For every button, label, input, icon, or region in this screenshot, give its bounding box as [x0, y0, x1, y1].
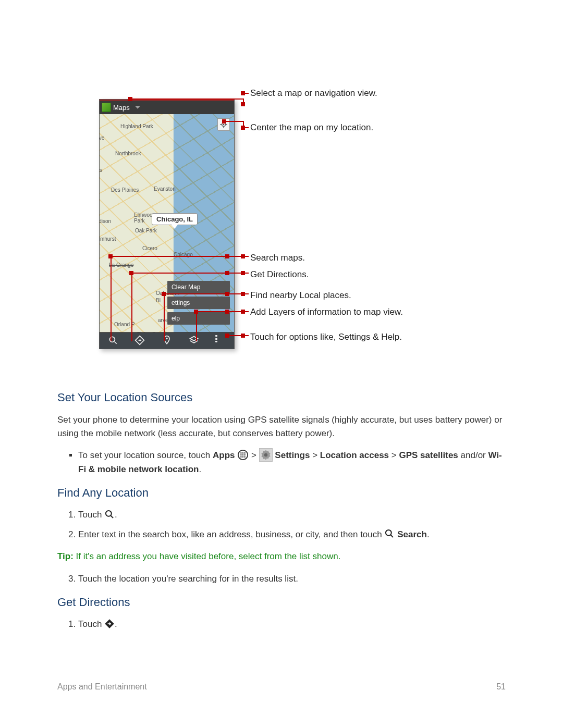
layers-icon[interactable] — [189, 335, 199, 346]
callout-center: Center the map on my location. — [250, 122, 373, 133]
step-find-2: Enter text in the search box, like an ad… — [78, 528, 506, 541]
svg-point-1 — [223, 124, 225, 126]
heading-location-sources: Set Your Location Sources — [57, 391, 506, 404]
callout-search: Search maps. — [250, 252, 305, 263]
menu-help[interactable]: elp — [167, 312, 230, 325]
search-icon[interactable] — [108, 335, 118, 346]
callout-directions: Get Directions. — [250, 269, 309, 280]
menu-settings[interactable]: ettings — [167, 297, 230, 309]
svg-point-12 — [242, 456, 244, 458]
heading-find-any-location: Find Any Location — [57, 486, 506, 500]
map-place-label: Grove — [100, 135, 104, 141]
map-place-label: Elmhurst — [100, 236, 116, 242]
map-canvas[interactable]: Highland Park Grove Northbrook ghts Des … — [100, 114, 234, 333]
menu-clear-map[interactable]: Clear Map — [167, 281, 230, 293]
svg-point-11 — [240, 456, 242, 458]
heading-get-directions: Get Directions — [57, 596, 506, 609]
settings-icon — [259, 448, 273, 462]
map-place-label: Des Plaines — [111, 187, 139, 193]
footer-section: Apps and Entertainment — [57, 682, 147, 692]
step-directions-1: Touch . — [78, 618, 506, 631]
maps-titlebar[interactable]: Maps — [100, 100, 234, 114]
map-place-label: Bl — [156, 298, 161, 303]
svg-point-9 — [242, 454, 244, 455]
dropdown-indicator-icon — [135, 106, 140, 109]
directions-icon[interactable] — [134, 335, 145, 346]
footer-page-number: 51 — [496, 682, 506, 692]
map-place-label: Evanston — [154, 186, 176, 192]
svg-point-15 — [106, 510, 112, 516]
step-find-1: Touch . — [78, 508, 506, 522]
places-icon[interactable] — [162, 335, 172, 346]
svg-point-6 — [242, 452, 244, 454]
search-icon — [384, 528, 395, 539]
svg-point-10 — [244, 454, 246, 455]
bullet-set-location-source: To set your location source, touch Apps … — [78, 449, 506, 476]
map-place-label: Elmwoo Park — [134, 212, 153, 224]
callout-local: Find nearby Local places. — [250, 290, 351, 301]
svg-point-5 — [240, 452, 242, 454]
maps-title-label: Maps — [113, 104, 130, 112]
callout-nav-view: Select a map or navigation view. — [250, 88, 377, 98]
page-footer: Apps and Entertainment 51 — [57, 682, 506, 692]
callout-options: Touch for options like, Settings & Help. — [250, 331, 402, 342]
svg-point-16 — [386, 530, 391, 536]
step-find-3: Touch the location you're searching for … — [78, 572, 506, 586]
svg-point-8 — [240, 454, 242, 455]
maps-bottom-toolbar — [100, 332, 234, 349]
tip-line: Tip: If it's an address you have visited… — [57, 550, 506, 563]
map-place-label: Oak Park — [135, 228, 157, 233]
map-place-label: Highland Park — [120, 124, 153, 129]
search-icon — [104, 509, 115, 520]
map-place-label: Cicero — [142, 245, 157, 251]
svg-point-7 — [244, 452, 246, 454]
svg-point-3 — [166, 338, 167, 339]
directions-icon — [104, 619, 115, 629]
overflow-menu-icon[interactable] — [215, 335, 226, 346]
map-place-label: Northbrook — [115, 151, 141, 156]
maps-app-icon — [102, 103, 111, 112]
apps-icon — [237, 449, 249, 461]
para-location-sources: Set your phone to determine your locatio… — [57, 413, 506, 440]
map-place-label: ghts — [100, 167, 102, 173]
map-place-label: La Grange — [109, 262, 133, 268]
svg-point-13 — [244, 456, 246, 458]
maps-annotated-figure: Select a map or navigation view. Center … — [99, 89, 464, 365]
map-place-bubble[interactable]: Chicago, IL — [152, 213, 198, 225]
map-place-label: Addison — [100, 218, 111, 224]
callout-layers: Add Layers of information to map view. — [250, 306, 403, 317]
